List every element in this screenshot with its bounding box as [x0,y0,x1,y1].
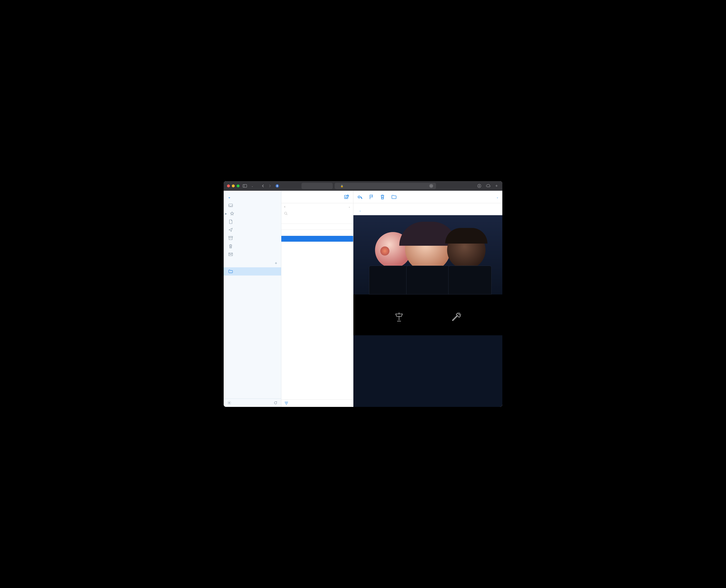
svg-rect-3 [277,185,278,187]
search-icon [284,212,288,215]
message-list-pane: ‹ ⌄ [281,191,353,407]
forward-button[interactable] [267,184,272,188]
sidebar-toggle-icon[interactable] [242,184,248,188]
chevron-down-icon: ⌄ [228,195,231,199]
minimize-window-button[interactable] [232,185,235,187]
flag-button[interactable] [369,194,374,200]
account-menu[interactable]: ⌄ [496,195,498,199]
sidebar-item-trash[interactable] [224,242,281,250]
filter-icon[interactable] [284,402,350,405]
reader-badge-icon[interactable]: ⋯ [429,184,433,188]
titlebar: ⌄ 🔒 ⋯ + [224,181,502,191]
session-keynote[interactable] [394,311,405,326]
memoji-avatar [447,231,485,269]
trash-icon [228,244,233,248]
from-name[interactable]: › [360,209,360,213]
sent-icon [228,228,233,232]
hammer-icon [451,311,462,322]
compose-button[interactable] [344,194,349,200]
move-button[interactable] [391,195,397,199]
1password-icon[interactable] [274,184,281,188]
keynote-icon [394,311,405,322]
inbox-icon [228,203,233,208]
expand-caret-icon[interactable]: ▶ [225,212,227,215]
chevron-down-icon: ⌄ [496,196,498,198]
add-folder-button[interactable]: + [275,261,277,266]
archive-icon [228,236,233,240]
svg-rect-0 [243,185,247,187]
sort-button[interactable]: ⌄ [348,205,350,208]
chevron-right-icon: › [360,209,360,212]
junk-icon [228,252,233,256]
laptop-graphic [448,266,492,294]
folders-section-header: + [224,258,281,267]
draft-icon [228,219,233,224]
svg-point-10 [285,212,287,214]
gear-icon[interactable] [227,401,231,405]
downloads-icon[interactable] [476,184,482,189]
laptop-graphic [369,266,412,294]
memoji-avatar [405,226,451,272]
app-title[interactable]: ⌄ [224,191,281,201]
close-window-button[interactable] [227,185,230,187]
message-item[interactable] [281,218,353,224]
sidebar-item-vip[interactable]: ▶ [224,209,281,217]
folder-icon [228,269,233,274]
refresh-icon[interactable] [273,401,278,405]
hero-image [353,215,502,294]
laptop-graphic [406,266,450,294]
chevron-down-icon[interactable]: ⌄ [250,185,254,187]
star-icon [230,211,234,216]
sidebar-item-sent[interactable] [224,226,281,234]
search-input[interactable] [289,211,350,215]
svg-rect-6 [229,236,232,237]
sidebar-item-drafts[interactable] [224,217,281,226]
back-button[interactable] [261,184,266,188]
browser-tab[interactable] [302,183,333,189]
window-controls [227,185,240,187]
icloud-tabs-icon[interactable] [485,184,492,189]
lock-icon: 🔒 [340,185,343,187]
sidebar-item-inbox[interactable] [224,201,281,209]
message-item-selected[interactable] [281,236,353,242]
list-back-button[interactable]: ‹ [284,205,285,209]
sidebar-folder-apple[interactable] [224,267,281,275]
mail-sidebar: ⌄ ▶ [224,191,281,407]
session-sotu[interactable] [451,311,462,326]
message-body[interactable] [353,215,502,407]
chevron-down-icon: ⌄ [348,205,350,208]
reader-toolbar: ⌄ [353,191,502,203]
search-field[interactable] [281,210,353,218]
new-tab-button[interactable]: + [494,184,499,189]
message-item[interactable] [281,224,353,230]
message-item[interactable] [281,230,353,236]
browser-window: ⌄ 🔒 ⋯ + [224,181,502,407]
reply-button[interactable] [357,195,362,199]
address-bar[interactable]: 🔒 ⋯ [335,183,436,189]
reader-pane: ⌄ › [353,191,502,407]
delete-button[interactable] [380,194,385,200]
svg-point-8 [229,402,230,403]
message-header: › [353,203,502,215]
fullscreen-window-button[interactable] [236,185,240,187]
sidebar-item-junk[interactable] [224,250,281,258]
sidebar-item-archive[interactable] [224,234,281,242]
